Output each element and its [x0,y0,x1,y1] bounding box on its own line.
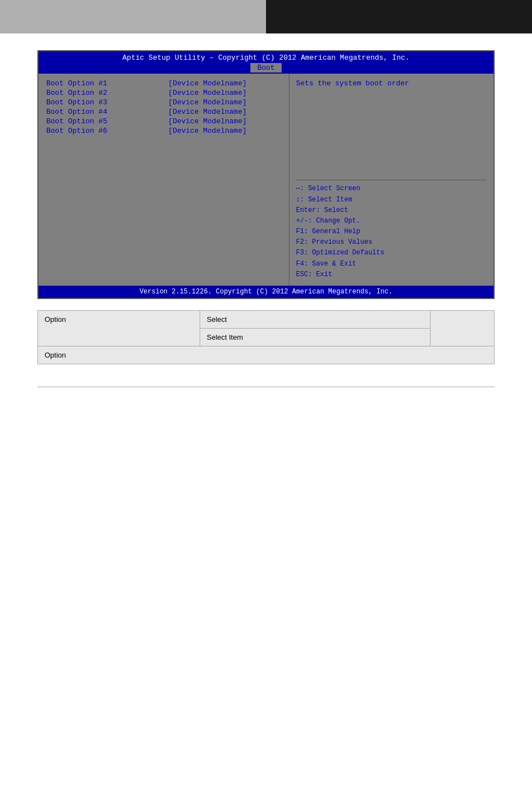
header-left [0,0,266,33]
bios-option-row-1[interactable]: Boot Option #1 [Device Modelname] [46,79,281,88]
table-cell-col2-row1: Select [200,311,430,329]
table-cell-col2-row2: Select Item [200,329,430,346]
bios-main: Boot Option #1 [Device Modelname] Boot O… [38,74,494,286]
table-row-top: Option Select [38,311,495,329]
bios-titlebar: Aptic Setup Utility – Copyright (C) 2012… [38,51,494,74]
boot-option-4-name: Boot Option #4 [46,108,159,116]
bios-option-row-4[interactable]: Boot Option #4 [Device Modelname] [46,108,281,116]
boot-option-6-name: Boot Option #6 [46,127,159,135]
boot-option-1-value: [Device Modelname] [168,79,281,88]
key-select-item: ↕: Select Item [296,195,487,205]
boot-option-2-value: [Device Modelname] [168,89,281,97]
table-option-label-1: Option [45,315,66,324]
info-table: Option Select Select Item Option [37,310,495,364]
bios-option-row-2[interactable]: Boot Option #2 [Device Modelname] [46,89,281,97]
key-f2: F2: Previous Values [296,237,487,248]
bios-bottombar: Version 2.15.1226. Copyright (C) 2012 Am… [38,286,494,298]
page-wrapper: Aptic Setup Utility – Copyright (C) 2012… [0,0,532,387]
top-header [0,0,532,33]
boot-option-4-value: [Device Modelname] [168,108,281,116]
table-cell-col1: Option [38,311,200,346]
bios-left-panel: Boot Option #1 [Device Modelname] Boot O… [38,74,289,286]
key-select-screen: ↔: Select Screen [296,184,487,194]
table-select-item-label: Select Item [207,333,243,341]
bios-title: Aptic Setup Utility – Copyright (C) 2012… [123,54,410,62]
boot-option-3-name: Boot Option #3 [46,98,159,107]
key-esc: ESC: Exit [296,269,487,280]
bios-option-row-5[interactable]: Boot Option #5 [Device Modelname] [46,117,281,126]
bios-help-text: Sets the system boot order [296,79,487,176]
bios-active-tab[interactable]: Boot [250,63,281,73]
key-f1: F1: General Help [296,226,487,237]
bottom-divider [37,387,495,387]
boot-option-3-value: [Device Modelname] [168,98,281,107]
key-f3: F3: Optimized Defaults [296,248,487,258]
table-row-bottom: Option [38,346,495,364]
boot-option-2-name: Boot Option #2 [46,89,159,97]
table-cell-col3 [431,311,495,346]
table-select-label-1: Select [207,315,227,324]
key-f4: F4: Save & Exit [296,259,487,269]
boot-option-1-name: Boot Option #1 [46,79,159,88]
bios-screen: Aptic Setup Utility – Copyright (C) 2012… [37,50,495,299]
boot-option-6-value: [Device Modelname] [168,127,281,135]
table-wide-cell: Option [38,346,495,364]
table-option-label-2: Option [45,351,66,359]
bios-divider [296,180,487,180]
bios-version-text: Version 2.15.1226. Copyright (C) 2012 Am… [139,288,393,296]
bios-option-row-6[interactable]: Boot Option #6 [Device Modelname] [46,127,281,135]
key-change-opt: +/-: Change Opt. [296,216,487,226]
header-right [266,0,532,33]
bios-right-panel: Sets the system boot order ↔: Select Scr… [289,74,494,286]
boot-option-5-name: Boot Option #5 [46,117,159,126]
bios-option-row-3[interactable]: Boot Option #3 [Device Modelname] [46,98,281,107]
bios-key-legend: ↔: Select Screen ↕: Select Item Enter: S… [296,184,487,280]
key-enter: Enter: Select [296,205,487,216]
boot-option-5-value: [Device Modelname] [168,117,281,126]
